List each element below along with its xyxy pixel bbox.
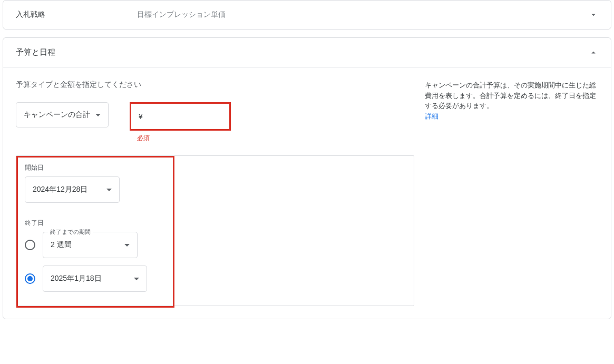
start-date-dropdown[interactable]: 2024年12月28日 [25,176,120,203]
dropdown-arrow-icon [106,189,112,191]
end-date-radio[interactable] [25,273,35,284]
budget-type-dropdown[interactable]: キャンペーンの合計 [16,102,109,127]
budget-schedule-section: 予算と日程 予算タイプと金額を指定してください キャンペーンの合計 ¥ 必須 [3,37,611,319]
chevron-down-icon [589,10,598,19]
help-link[interactable]: 詳細 [425,112,438,120]
start-date-value: 2024年12月28日 [33,185,87,194]
dropdown-arrow-icon [95,114,101,116]
budget-type-label: キャンペーンの合計 [24,110,90,120]
end-period-radio[interactable] [25,240,35,250]
budget-amount-input[interactable]: ¥ [130,102,231,131]
chevron-up-icon [589,48,598,57]
end-date-label: 終了日 [25,219,405,228]
end-period-value: 2 週間 [51,240,72,250]
bidding-label: 入札戦略 [16,10,137,19]
bidding-value: 目標インプレッション単価 [137,10,589,19]
currency-symbol: ¥ [139,112,143,121]
budget-header-title: 予算と日程 [16,47,589,57]
start-date-label: 開始日 [25,163,405,172]
budget-instruction: 予算タイプと金額を指定してください [16,80,414,90]
dropdown-arrow-icon [124,244,130,247]
date-panel: 開始日 2024年12月28日 終了日 [16,155,414,306]
radio-dot-icon [27,276,33,281]
period-floating-label: 終了までの期間 [48,228,93,236]
budget-error: 必須 [137,134,231,143]
budget-section-header[interactable]: 予算と日程 [3,38,611,67]
end-date-value: 2025年1月18日 [51,274,102,283]
bidding-section[interactable]: 入札戦略 目標インプレッション単価 [3,0,611,29]
help-text: キャンペーンの合計予算は、その実施期間中に生じた総費用を表します。合計予算を定め… [425,81,596,110]
dropdown-arrow-icon [134,278,139,280]
end-date-dropdown[interactable]: 2025年1月18日 [43,265,147,292]
